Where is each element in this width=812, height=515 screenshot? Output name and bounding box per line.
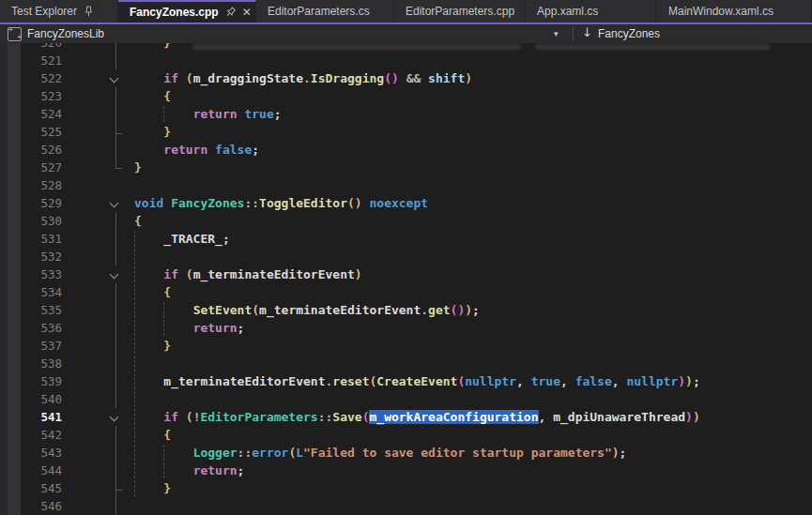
line-number: 522 — [17, 69, 62, 87]
line-number: 527 — [17, 159, 62, 176]
tab-editorparameters-cs[interactable]: EditorParameters.cs — [256, 0, 394, 23]
code-text: } — [134, 159, 142, 176]
code-text: void FancyZones::ToggleEditor() noexcept — [134, 194, 428, 212]
fold-guide — [115, 230, 116, 248]
line-number: 545 — [17, 479, 62, 497]
line-number: 536 — [17, 319, 62, 337]
tab-label: App.xaml.cs — [537, 5, 598, 18]
code-line-542: 542 { — [0, 426, 812, 444]
fold-guide-corner — [115, 490, 122, 491]
fold-guide — [115, 479, 116, 497]
code-text: return false; — [134, 141, 259, 159]
fold-chevron-down-icon[interactable] — [110, 270, 119, 280]
project-dropdown[interactable]: FancyZonesLib — [27, 27, 104, 40]
line-number: 530 — [17, 212, 62, 230]
fold-guide — [115, 426, 116, 444]
fold-guide-corner — [115, 168, 122, 169]
code-line-527: 527} — [0, 159, 812, 176]
code-line-521: 521 — [0, 52, 812, 69]
code-text: } — [134, 479, 171, 497]
code-text: _TRACER_; — [134, 230, 230, 248]
line-number: 523 — [17, 87, 62, 105]
line-number: 529 — [17, 194, 62, 212]
cut-off-line-remnant — [535, 44, 770, 50]
code-line-537: 537 } — [0, 337, 812, 355]
code-line-541: 541 if (!EditorParameters::Save(m_workAr… — [0, 408, 812, 426]
navigation-bar: ++ FancyZonesLib ▾ ↓ FancyZones — [0, 24, 812, 44]
cut-off-line-remnant — [192, 44, 521, 50]
line-number: 537 — [17, 337, 62, 355]
code-text: if (!EditorParameters::Save(m_workAreaCo… — [134, 408, 700, 426]
fold-guide — [115, 301, 116, 319]
line-number: 544 — [17, 462, 62, 479]
line-number: 534 — [17, 283, 62, 301]
code-line-534: 534 { — [0, 283, 812, 301]
fold-guide — [115, 337, 116, 355]
tab-test-explorer[interactable]: Test Explorer — [0, 0, 118, 23]
fold-chevron-down-icon[interactable] — [110, 413, 119, 422]
code-text: { — [134, 283, 171, 301]
tab-editorparameters-cpp[interactable]: EditorParameters.cpp — [394, 0, 526, 23]
code-text: SetEvent(m_terminateEditorEvent.get()); — [134, 301, 480, 319]
tab-fancyzones-cpp[interactable]: FancyZones.cpp ✕ — [118, 0, 256, 23]
code-line-523: 523 { — [0, 87, 812, 105]
code-line-536: 536 return; — [0, 319, 812, 337]
tab-mainwindow-xaml-cs[interactable]: MainWindow.xaml.cs — [657, 0, 812, 23]
fold-guide — [115, 283, 116, 301]
code-text: if (m_terminateEditorEvent) — [134, 265, 362, 283]
close-icon[interactable]: ✕ — [242, 6, 252, 19]
code-line-543: 543 Logger::error(L"Failed to save edito… — [0, 444, 812, 462]
code-text: { — [134, 87, 171, 105]
chevron-down-icon[interactable]: ▾ — [554, 29, 559, 38]
code-text: if (m_draggingState.IsDragging() && shif… — [134, 69, 472, 87]
code-line-530: 530{ — [0, 212, 812, 230]
code-text: } — [134, 337, 171, 355]
indent-guide — [134, 391, 135, 407]
line-number: 525 — [17, 123, 62, 141]
line-number: 538 — [17, 355, 62, 372]
fold-guide — [115, 248, 116, 265]
tab-app-xaml-cs[interactable]: App.xaml.cs — [526, 0, 657, 23]
line-number: 532 — [17, 248, 62, 265]
code-line-520: 520 } — [0, 43, 812, 52]
fold-guide — [115, 355, 116, 372]
line-number: 542 — [17, 426, 62, 444]
code-text: return; — [134, 462, 244, 479]
code-line-546: 546 — [0, 497, 812, 515]
fold-guide — [115, 497, 116, 515]
fold-guide — [115, 212, 116, 230]
code-text: Logger::error(L"Failed to save editor st… — [134, 444, 626, 462]
line-number: 541 — [17, 408, 62, 426]
fold-chevron-down-icon[interactable] — [110, 199, 119, 208]
code-line-526: 526 return false; — [0, 141, 812, 159]
code-line-524: 524 return true; — [0, 105, 812, 123]
selected-text: m_workAreaConfiguration — [369, 410, 538, 424]
fold-guide — [115, 141, 116, 159]
scope-dropdown[interactable]: FancyZones — [598, 27, 660, 40]
pushpin-icon[interactable] — [84, 6, 94, 17]
code-text: { — [134, 212, 142, 230]
code-line-540: 540 — [0, 390, 812, 408]
fold-guide — [115, 52, 116, 69]
fold-guide — [115, 319, 116, 337]
line-number: 535 — [17, 301, 62, 319]
line-number: 528 — [17, 176, 62, 194]
fold-guide — [115, 43, 116, 52]
code-text: } — [134, 43, 171, 52]
code-text: { — [134, 426, 171, 444]
code-editor[interactable]: 520 }521522 if (m_draggingState.IsDraggi… — [0, 43, 812, 515]
fold-chevron-down-icon[interactable] — [110, 74, 119, 83]
line-number: 521 — [17, 52, 62, 69]
code-line-532: 532 — [0, 248, 812, 265]
tab-label: MainWindow.xaml.cs — [668, 5, 774, 18]
vs-window: Test Explorer FancyZones.cpp ✕EditorPara… — [0, 0, 812, 515]
fold-guide — [115, 444, 116, 462]
line-number: 526 — [17, 141, 62, 159]
line-number: 546 — [17, 497, 62, 515]
pushpin-icon[interactable] — [225, 7, 236, 18]
code-line-539: 539 m_terminateEditorEvent.reset(CreateE… — [0, 372, 812, 390]
fold-guide — [115, 105, 116, 123]
code-line-529: 529void FancyZones::ToggleEditor() noexc… — [0, 194, 812, 212]
code-line-535: 535 SetEvent(m_terminateEditorEvent.get(… — [0, 301, 812, 319]
tab-bar: Test Explorer FancyZones.cpp ✕EditorPara… — [0, 0, 812, 23]
